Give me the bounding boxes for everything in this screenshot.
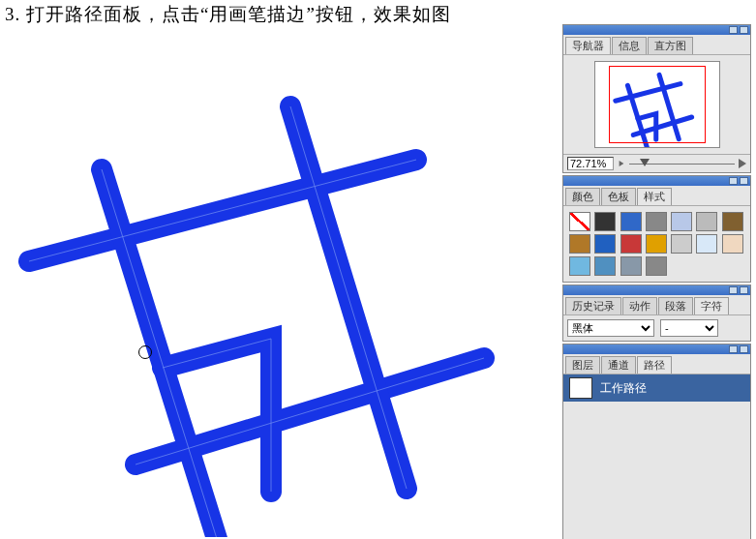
zoom-out-icon[interactable]	[620, 161, 624, 166]
style-swatch[interactable]	[646, 256, 667, 276]
stroked-path-artwork	[0, 29, 557, 537]
zoom-slider[interactable]	[629, 159, 735, 168]
document-canvas[interactable]	[0, 29, 557, 537]
svg-line-4	[29, 160, 416, 261]
close-icon[interactable]	[740, 345, 748, 353]
font-style-select[interactable]: -	[660, 319, 718, 337]
navigator-tabs: 导航器 信息 直方图	[563, 35, 750, 55]
minimize-icon[interactable]	[729, 286, 738, 294]
tab-character[interactable]: 字符	[694, 297, 729, 314]
tab-paths[interactable]: 路径	[637, 356, 672, 374]
style-swatch[interactable]	[569, 212, 590, 231]
tab-histogram[interactable]: 直方图	[648, 37, 693, 54]
navigator-panel: 导航器 信息 直方图 72.71%	[562, 24, 751, 173]
panel-titlebar[interactable]	[563, 176, 750, 186]
styles-body	[563, 206, 750, 282]
style-swatch[interactable]	[671, 234, 692, 254]
path-item-work[interactable]: 工作路径	[563, 374, 750, 402]
navigator-body	[563, 55, 750, 154]
close-icon[interactable]	[740, 286, 748, 294]
path-thumbnail	[569, 377, 592, 399]
tab-navigator[interactable]: 导航器	[565, 37, 611, 54]
history-tabs: 历史记录 动作 段落 字符	[563, 295, 750, 315]
path-item-label: 工作路径	[600, 380, 647, 397]
style-swatch[interactable]	[696, 212, 717, 231]
font-family-select[interactable]: 黑体	[567, 319, 654, 337]
history-panel: 历史记录 动作 段落 字符 黑体 -	[562, 284, 751, 342]
brush-cursor	[138, 345, 152, 359]
paths-panel: 图层 通道 路径 工作路径	[562, 344, 751, 539]
close-icon[interactable]	[740, 177, 748, 185]
panel-titlebar[interactable]	[563, 344, 750, 354]
tab-layers[interactable]: 图层	[565, 356, 600, 374]
styles-tabs: 颜色 色板 样式	[563, 186, 750, 206]
tab-swatches[interactable]: 色板	[601, 188, 636, 205]
tab-history[interactable]: 历史记录	[565, 297, 621, 314]
style-swatch[interactable]	[620, 234, 642, 254]
tab-info[interactable]: 信息	[612, 37, 647, 54]
instruction-text: 3. 打开路径面板，点击“用画笔描边”按钮，效果如图	[5, 2, 451, 27]
minimize-icon[interactable]	[729, 345, 738, 353]
style-swatch[interactable]	[620, 212, 642, 231]
tab-color[interactable]: 颜色	[565, 188, 600, 205]
style-swatch[interactable]	[646, 234, 667, 254]
tab-paragraph[interactable]: 段落	[658, 297, 693, 314]
style-swatch[interactable]	[594, 212, 616, 231]
style-swatch[interactable]	[569, 256, 590, 276]
tab-actions[interactable]: 动作	[622, 297, 657, 314]
navigator-zoom-bar: 72.71%	[563, 154, 750, 172]
style-swatch[interactable]	[696, 234, 717, 254]
panel-titlebar[interactable]	[563, 25, 750, 35]
style-swatch[interactable]	[594, 256, 616, 276]
tab-channels[interactable]: 通道	[601, 356, 636, 374]
paths-empty-area[interactable]	[563, 402, 750, 539]
style-swatch[interactable]	[620, 256, 642, 276]
paths-body: 工作路径	[563, 374, 750, 539]
font-row: 黑体 -	[563, 315, 750, 341]
style-swatch[interactable]	[722, 234, 743, 254]
style-swatch[interactable]	[722, 212, 743, 231]
paths-tabs: 图层 通道 路径	[563, 354, 750, 374]
zoom-in-icon[interactable]	[739, 159, 746, 168]
minimize-icon[interactable]	[729, 26, 738, 34]
style-swatch[interactable]	[671, 212, 692, 231]
navigator-thumbnail[interactable]	[594, 61, 720, 148]
panel-titlebar[interactable]	[563, 285, 750, 295]
minimize-icon[interactable]	[729, 177, 738, 185]
style-swatch[interactable]	[646, 212, 667, 231]
close-icon[interactable]	[740, 26, 748, 34]
panels-column: 导航器 信息 直方图 72.71% 颜色	[562, 24, 751, 539]
navigator-viewport[interactable]	[609, 66, 706, 143]
style-swatch[interactable]	[569, 234, 590, 254]
styles-panel: 颜色 色板 样式	[562, 175, 751, 283]
style-swatch[interactable]	[594, 234, 616, 254]
styles-grid	[567, 210, 746, 278]
zoom-percent-field[interactable]: 72.71%	[567, 157, 614, 170]
tab-styles[interactable]: 样式	[637, 188, 672, 205]
